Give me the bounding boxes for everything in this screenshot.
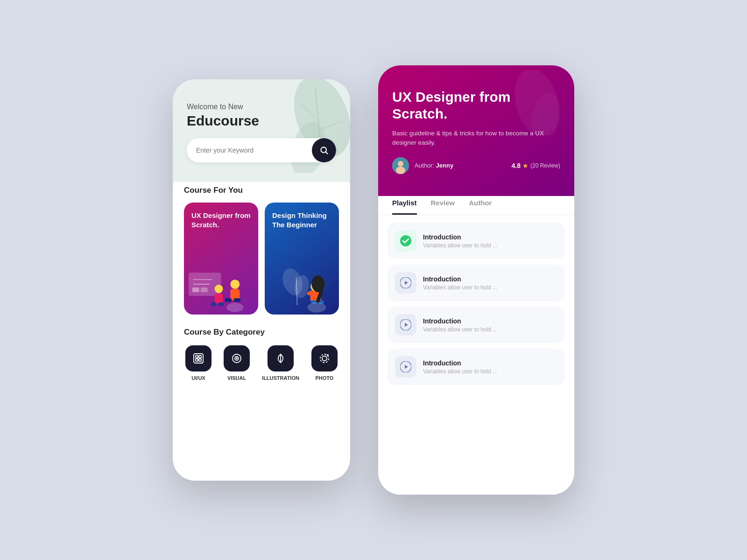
play-icon — [400, 277, 411, 288]
uiux-icon — [185, 345, 211, 371]
course-card-title-design: Design Thinking The Beginner — [272, 211, 331, 229]
illustration-symbol-icon — [275, 352, 287, 364]
phone1-header: Welcome to New Educourse — [173, 79, 350, 182]
search-input[interactable] — [187, 140, 312, 161]
playlist-item-desc: Variables allow user to hold ... — [423, 242, 557, 249]
uiux-label: UI/UX — [191, 375, 205, 381]
svg-rect-15 — [233, 298, 240, 302]
playlist-item-desc: Variables allow user to hold ... — [423, 368, 557, 375]
svg-point-41 — [322, 356, 327, 361]
rating-row: 4.8 ★ (20 Review) — [512, 162, 561, 169]
course-card-ux[interactable]: UX Designer from Scratch. — [184, 203, 258, 315]
visual-icon — [224, 345, 250, 371]
visual-label: VISUAL — [227, 375, 246, 381]
svg-rect-33 — [196, 356, 198, 358]
play-icon — [400, 319, 411, 330]
playlist-icon-pending-2 — [395, 272, 416, 294]
photo-icon — [311, 345, 338, 371]
search-button[interactable] — [312, 138, 336, 162]
course-card-title-ux: UX Designer from Scratch. — [191, 211, 251, 229]
svg-point-39 — [236, 358, 237, 359]
category-uiux[interactable]: UI/UX — [185, 345, 211, 381]
playlist-item[interactable]: Introduction Variables allow user to hol… — [388, 307, 565, 343]
svg-marker-51 — [405, 281, 408, 285]
svg-marker-55 — [405, 365, 408, 369]
svg-point-47 — [398, 161, 403, 167]
svg-rect-19 — [211, 302, 217, 306]
playlist-item[interactable]: Introduction Variables allow user to hol… — [388, 349, 565, 385]
visual-symbol-icon — [231, 352, 243, 364]
playlist-icon-completed — [395, 230, 416, 252]
svg-point-17 — [215, 285, 223, 293]
playlist-item[interactable]: Introduction Variables allow user to hol… — [388, 223, 565, 259]
playlist-item-info: Introduction Variables allow user to hol… — [423, 317, 557, 333]
playlist-item-desc: Variables allow user to hold ... — [423, 326, 557, 333]
category-visual[interactable]: VISUAL — [224, 345, 250, 381]
svg-rect-34 — [199, 356, 201, 358]
svg-rect-14 — [225, 298, 232, 302]
category-section: Course By Categorey UI/UX — [184, 328, 339, 381]
play-icon — [400, 361, 411, 372]
svg-rect-36 — [199, 359, 201, 361]
illustration-icon — [268, 345, 294, 371]
card-illustration-design — [265, 254, 339, 315]
course-main-title: UX Designer from Scratch. — [392, 89, 560, 122]
search-icon — [319, 146, 329, 155]
checkmark-icon — [400, 235, 411, 246]
svg-rect-35 — [196, 359, 198, 361]
avatar-icon — [392, 157, 409, 174]
svg-rect-20 — [218, 302, 224, 306]
svg-point-16 — [226, 303, 243, 312]
star-icon: ★ — [522, 162, 529, 169]
author-avatar — [392, 157, 409, 174]
tab-author[interactable]: Author — [469, 199, 492, 215]
illustration-label: ILLUSTRATION — [262, 375, 299, 381]
photo-label: PHOTO — [315, 375, 333, 381]
course-card-design[interactable]: Design Thinking The Beginner — [265, 203, 339, 315]
uiux-symbol-icon — [192, 352, 204, 364]
welcome-text: Welcome to New — [187, 103, 336, 111]
category-illustration[interactable]: ILLUSTRATION — [262, 345, 299, 381]
phone2-body: Playlist Review Author Introduction V — [378, 189, 574, 495]
rating-number: 4.8 — [512, 162, 521, 169]
playlist-icon-pending-3 — [395, 314, 416, 336]
search-bar[interactable] — [187, 138, 336, 162]
course-section-title: Course For You — [184, 186, 339, 195]
svg-rect-10 — [192, 287, 199, 292]
svg-line-6 — [326, 152, 328, 154]
svg-marker-53 — [405, 323, 408, 327]
svg-point-49 — [400, 235, 411, 246]
svg-point-30 — [311, 275, 324, 292]
phone2-header: UX Designer from Scratch. Basic guidelin… — [378, 65, 574, 196]
course-cards: UX Designer from Scratch. — [184, 203, 339, 315]
ux-illustration-icon — [184, 263, 258, 315]
playlist-item-info: Introduction Variables allow user to hol… — [423, 233, 557, 249]
playlist-item-title: Introduction — [423, 317, 557, 325]
svg-point-12 — [230, 280, 240, 289]
author-row: Author: Jenny 4.8 ★ (20 Review) — [392, 157, 560, 174]
playlist-icon-pending-4 — [395, 356, 416, 378]
playlist-item-info: Introduction Variables allow user to hol… — [423, 275, 557, 291]
svg-rect-11 — [201, 287, 208, 292]
app-name: Educourse — [187, 113, 336, 129]
playlist-item[interactable]: Introduction Variables allow user to hol… — [388, 265, 565, 301]
playlist-items: Introduction Variables allow user to hol… — [378, 215, 574, 495]
course-desc: Basic guideline & tips & tricks for how … — [392, 129, 560, 148]
card-illustration-ux — [184, 254, 258, 315]
phone1: Welcome to New Educourse Course For You … — [173, 79, 350, 481]
category-section-title: Course By Categorey — [184, 328, 339, 337]
author-label: Author: Jenny — [415, 162, 453, 169]
author-name: Jenny — [436, 162, 454, 169]
svg-rect-32 — [194, 354, 203, 363]
design-illustration-icon — [265, 263, 339, 315]
playlist-item-desc: Variables allow user to hold ... — [423, 284, 557, 291]
category-photo[interactable]: PHOTO — [311, 345, 338, 381]
svg-point-48 — [396, 167, 405, 174]
svg-point-29 — [307, 302, 326, 313]
tab-review[interactable]: Review — [431, 199, 455, 215]
tab-playlist[interactable]: Playlist — [392, 199, 417, 215]
phones-container: Welcome to New Educourse Course For You … — [173, 65, 574, 495]
playlist-item-title: Introduction — [423, 275, 557, 283]
phone2: UX Designer from Scratch. Basic guidelin… — [378, 65, 574, 495]
playlist-item-info: Introduction Variables allow user to hol… — [423, 359, 557, 375]
